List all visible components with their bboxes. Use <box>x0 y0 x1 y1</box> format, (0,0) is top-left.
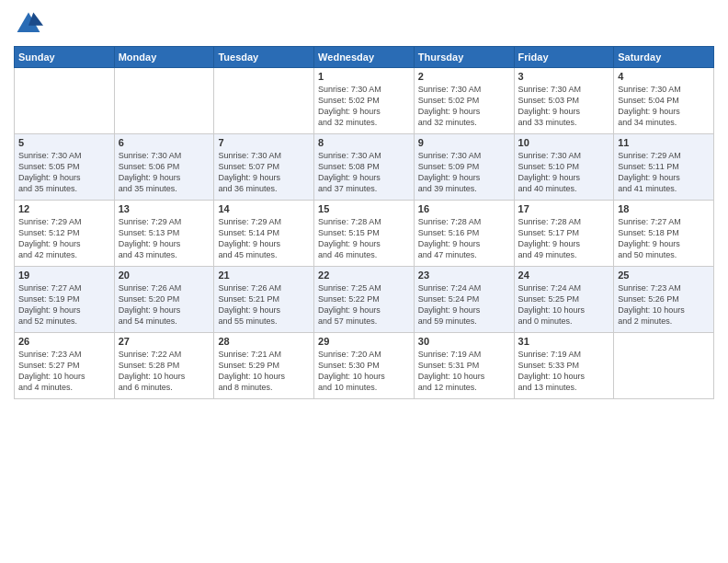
day-info: Sunrise: 7:30 AMSunset: 5:10 PMDaylight:… <box>518 150 610 195</box>
day-info: Sunrise: 7:27 AMSunset: 5:19 PMDaylight:… <box>18 282 110 327</box>
weekday-header: Monday <box>114 47 214 68</box>
day-info: Sunrise: 7:22 AMSunset: 5:28 PMDaylight:… <box>119 349 210 394</box>
day-number: 26 <box>18 336 110 347</box>
day-number: 18 <box>618 203 710 214</box>
header <box>14 9 714 39</box>
day-info: Sunrise: 7:29 AMSunset: 5:14 PMDaylight:… <box>218 216 310 261</box>
day-number: 17 <box>518 203 610 214</box>
day-number: 28 <box>218 336 310 347</box>
day-info: Sunrise: 7:29 AMSunset: 5:11 PMDaylight:… <box>618 150 710 195</box>
day-number: 1 <box>318 71 410 82</box>
day-info: Sunrise: 7:25 AMSunset: 5:22 PMDaylight:… <box>318 282 410 327</box>
day-number: 13 <box>119 203 210 214</box>
calendar-cell: 22Sunrise: 7:25 AMSunset: 5:22 PMDayligh… <box>314 267 415 333</box>
day-number: 24 <box>518 270 610 281</box>
calendar-cell: 18Sunrise: 7:27 AMSunset: 5:18 PMDayligh… <box>614 201 714 267</box>
day-number: 5 <box>18 137 110 148</box>
day-number: 21 <box>218 270 310 281</box>
calendar-cell: 21Sunrise: 7:26 AMSunset: 5:21 PMDayligh… <box>214 267 314 333</box>
day-info: Sunrise: 7:30 AMSunset: 5:02 PMDaylight:… <box>318 84 410 129</box>
weekday-header: Wednesday <box>314 47 415 68</box>
calendar-cell: 7Sunrise: 7:30 AMSunset: 5:07 PMDaylight… <box>214 134 314 201</box>
calendar-cell <box>214 68 314 134</box>
day-number: 25 <box>618 270 710 281</box>
day-info: Sunrise: 7:23 AMSunset: 5:26 PMDaylight:… <box>618 282 710 327</box>
calendar-cell: 28Sunrise: 7:21 AMSunset: 5:29 PMDayligh… <box>214 333 314 399</box>
calendar-cell: 8Sunrise: 7:30 AMSunset: 5:08 PMDaylight… <box>314 134 415 201</box>
day-number: 3 <box>518 71 610 82</box>
day-info: Sunrise: 7:30 AMSunset: 5:04 PMDaylight:… <box>618 84 710 129</box>
day-info: Sunrise: 7:30 AMSunset: 5:06 PMDaylight:… <box>119 150 210 195</box>
day-info: Sunrise: 7:27 AMSunset: 5:18 PMDaylight:… <box>618 216 710 261</box>
calendar-cell: 23Sunrise: 7:24 AMSunset: 5:24 PMDayligh… <box>414 267 514 333</box>
calendar-cell: 14Sunrise: 7:29 AMSunset: 5:14 PMDayligh… <box>214 201 314 267</box>
day-number: 8 <box>318 137 410 148</box>
calendar-cell: 19Sunrise: 7:27 AMSunset: 5:19 PMDayligh… <box>15 267 115 333</box>
day-info: Sunrise: 7:26 AMSunset: 5:20 PMDaylight:… <box>119 282 210 327</box>
calendar-cell: 5Sunrise: 7:30 AMSunset: 5:05 PMDaylight… <box>15 134 115 201</box>
day-number: 2 <box>418 71 510 82</box>
day-info: Sunrise: 7:26 AMSunset: 5:21 PMDaylight:… <box>218 282 310 327</box>
calendar-cell: 1Sunrise: 7:30 AMSunset: 5:02 PMDaylight… <box>314 68 415 134</box>
calendar-cell <box>15 68 115 134</box>
day-number: 29 <box>318 336 410 347</box>
day-info: Sunrise: 7:30 AMSunset: 5:07 PMDaylight:… <box>218 150 310 195</box>
calendar-week: 5Sunrise: 7:30 AMSunset: 5:05 PMDaylight… <box>15 134 714 201</box>
calendar-cell: 30Sunrise: 7:19 AMSunset: 5:31 PMDayligh… <box>414 333 514 399</box>
calendar-cell: 2Sunrise: 7:30 AMSunset: 5:02 PMDaylight… <box>414 68 514 134</box>
weekday-header: Thursday <box>414 47 514 68</box>
day-number: 31 <box>518 336 610 347</box>
day-number: 10 <box>518 137 610 148</box>
calendar-cell: 17Sunrise: 7:28 AMSunset: 5:17 PMDayligh… <box>514 201 614 267</box>
day-number: 19 <box>18 270 110 281</box>
calendar-cell: 12Sunrise: 7:29 AMSunset: 5:12 PMDayligh… <box>15 201 115 267</box>
logo-icon <box>14 9 43 39</box>
day-number: 30 <box>418 336 510 347</box>
day-info: Sunrise: 7:30 AMSunset: 5:05 PMDaylight:… <box>18 150 110 195</box>
calendar-cell <box>114 68 214 134</box>
day-info: Sunrise: 7:20 AMSunset: 5:30 PMDaylight:… <box>318 349 410 394</box>
calendar-cell: 10Sunrise: 7:30 AMSunset: 5:10 PMDayligh… <box>514 134 614 201</box>
day-info: Sunrise: 7:30 AMSunset: 5:08 PMDaylight:… <box>318 150 410 195</box>
day-info: Sunrise: 7:28 AMSunset: 5:17 PMDaylight:… <box>518 216 610 261</box>
day-info: Sunrise: 7:28 AMSunset: 5:15 PMDaylight:… <box>318 216 410 261</box>
weekday-header: Saturday <box>614 47 714 68</box>
weekday-header: Friday <box>514 47 614 68</box>
day-number: 11 <box>618 137 710 148</box>
day-number: 6 <box>119 137 210 148</box>
day-number: 4 <box>618 71 710 82</box>
page: SundayMondayTuesdayWednesdayThursdayFrid… <box>0 0 728 563</box>
calendar-cell <box>614 333 714 399</box>
calendar-cell: 4Sunrise: 7:30 AMSunset: 5:04 PMDaylight… <box>614 68 714 134</box>
calendar-week: 12Sunrise: 7:29 AMSunset: 5:12 PMDayligh… <box>15 201 714 267</box>
day-info: Sunrise: 7:21 AMSunset: 5:29 PMDaylight:… <box>218 349 310 394</box>
day-info: Sunrise: 7:29 AMSunset: 5:12 PMDaylight:… <box>18 216 110 261</box>
calendar-cell: 6Sunrise: 7:30 AMSunset: 5:06 PMDaylight… <box>114 134 214 201</box>
day-info: Sunrise: 7:23 AMSunset: 5:27 PMDaylight:… <box>18 349 110 394</box>
weekday-header: Sunday <box>15 47 115 68</box>
day-number: 14 <box>218 203 310 214</box>
day-number: 12 <box>18 203 110 214</box>
calendar-cell: 25Sunrise: 7:23 AMSunset: 5:26 PMDayligh… <box>614 267 714 333</box>
calendar-cell: 13Sunrise: 7:29 AMSunset: 5:13 PMDayligh… <box>114 201 214 267</box>
calendar-week: 26Sunrise: 7:23 AMSunset: 5:27 PMDayligh… <box>15 333 714 399</box>
day-number: 7 <box>218 137 310 148</box>
calendar-week: 19Sunrise: 7:27 AMSunset: 5:19 PMDayligh… <box>15 267 714 333</box>
day-info: Sunrise: 7:30 AMSunset: 5:09 PMDaylight:… <box>418 150 510 195</box>
calendar-cell: 24Sunrise: 7:24 AMSunset: 5:25 PMDayligh… <box>514 267 614 333</box>
day-number: 16 <box>418 203 510 214</box>
day-info: Sunrise: 7:29 AMSunset: 5:13 PMDaylight:… <box>119 216 210 261</box>
calendar-cell: 27Sunrise: 7:22 AMSunset: 5:28 PMDayligh… <box>114 333 214 399</box>
day-number: 15 <box>318 203 410 214</box>
calendar-cell: 29Sunrise: 7:20 AMSunset: 5:30 PMDayligh… <box>314 333 415 399</box>
calendar-cell: 11Sunrise: 7:29 AMSunset: 5:11 PMDayligh… <box>614 134 714 201</box>
day-info: Sunrise: 7:19 AMSunset: 5:31 PMDaylight:… <box>418 349 510 394</box>
day-info: Sunrise: 7:24 AMSunset: 5:24 PMDaylight:… <box>418 282 510 327</box>
day-info: Sunrise: 7:28 AMSunset: 5:16 PMDaylight:… <box>418 216 510 261</box>
day-number: 9 <box>418 137 510 148</box>
calendar-cell: 20Sunrise: 7:26 AMSunset: 5:20 PMDayligh… <box>114 267 214 333</box>
day-number: 20 <box>119 270 210 281</box>
day-info: Sunrise: 7:30 AMSunset: 5:02 PMDaylight:… <box>418 84 510 129</box>
day-number: 23 <box>418 270 510 281</box>
logo <box>14 9 47 39</box>
